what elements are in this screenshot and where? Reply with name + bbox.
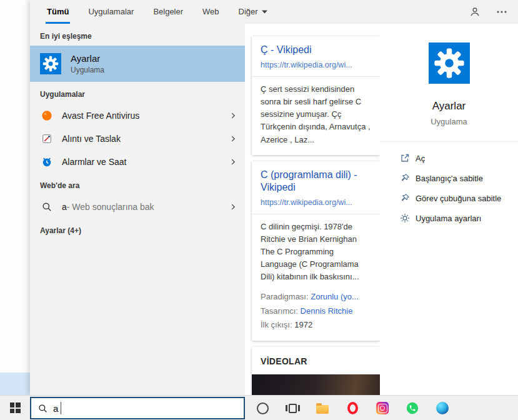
chevron-right-icon[interactable]	[229, 134, 237, 143]
preview-divider	[380, 141, 518, 142]
pin-icon	[400, 173, 410, 183]
action-open[interactable]: Aç	[380, 148, 518, 168]
action-app-settings[interactable]: Uygulama ayarları	[380, 208, 518, 228]
action-pin-start[interactable]: Başlangıç'a sabitle	[380, 168, 518, 188]
screen: Tümü Uygulamalar Belgeler Web Diğer	[0, 0, 518, 420]
tab-uygulamalar[interactable]: Uygulamalar	[87, 0, 135, 24]
file-explorer-icon	[316, 405, 329, 414]
card-divider	[252, 76, 380, 77]
instagram-icon	[376, 402, 389, 414]
chevron-right-icon[interactable]	[229, 111, 237, 120]
whatsapp-icon	[406, 401, 419, 415]
result-metadata: Paradigması: Zorunlu (yo... Tasarımcı: D…	[261, 290, 371, 331]
task-view-button[interactable]	[277, 396, 307, 420]
tab-label: Uygulamalar	[88, 7, 134, 16]
card-divider	[252, 214, 380, 214]
result-snippet: C dilinin geçmişi. 1978'de Ritchie ve Br…	[261, 221, 371, 284]
gear-icon	[42, 55, 59, 72]
meta-value: 1972	[294, 320, 312, 329]
list-item-label: Avast Free Antivirus	[62, 111, 229, 121]
pin-icon	[400, 193, 410, 203]
best-match-text: Ayarlar Uygulama	[71, 53, 104, 74]
meta-key: Tasarımcı:	[261, 306, 298, 316]
tab-tumu[interactable]: Tümü	[46, 0, 70, 24]
apps-header: Uygulamalar	[30, 82, 245, 104]
web-result-cards: Ç - Vikipedi https://tr.wikipedia.org/wi…	[252, 24, 380, 395]
whatsapp-button[interactable]	[397, 396, 427, 420]
opera-icon	[347, 402, 358, 414]
tab-label: Web	[202, 7, 219, 16]
edge-icon	[436, 402, 449, 414]
meta-row: Tasarımcı: Dennis Ritchie	[261, 304, 371, 318]
search-flyout: Tümü Uygulamalar Belgeler Web Diğer	[30, 0, 518, 395]
list-item-avast[interactable]: Avast Free Antivirus	[30, 104, 245, 127]
videos-header: VİDEOLAR	[252, 347, 380, 374]
tab-label: Belgeler	[153, 7, 183, 16]
file-explorer-button[interactable]	[307, 396, 337, 420]
edge-button[interactable]	[427, 396, 457, 420]
task-view-icon	[286, 404, 300, 413]
best-match-header: En iyi eşleşme	[30, 24, 245, 46]
best-match-subtitle: Uygulama	[71, 66, 104, 74]
windows-logo-icon	[10, 402, 21, 413]
meta-row: Paradigması: Zorunlu (yo...	[261, 290, 371, 304]
tab-belgeler[interactable]: Belgeler	[152, 0, 184, 24]
tab-diger[interactable]: Diğer	[237, 0, 269, 24]
action-label: Aç	[416, 154, 425, 163]
taskbar	[0, 395, 518, 420]
meta-key: İlk çıkışı:	[261, 320, 292, 329]
search-tab-bar: Tümü Uygulamalar Belgeler Web Diğer	[30, 0, 518, 24]
snip-sketch-icon	[40, 133, 54, 144]
action-label: Başlangıç'a sabitle	[416, 174, 483, 183]
result-link-title[interactable]: Ç - Vikipedi	[261, 44, 371, 56]
results-list-panel: En iyi eşleşme Ayarlar Uygulama Uygulama…	[30, 24, 245, 395]
result-card-videos: VİDEOLAR	[252, 347, 380, 395]
preview-title: Ayarlar	[380, 100, 518, 112]
avast-icon	[40, 110, 54, 121]
opera-button[interactable]	[337, 396, 367, 420]
result-link-url[interactable]: https://tr.wikipedia.org/wi...	[261, 198, 371, 207]
alarm-clock-icon	[40, 156, 54, 168]
result-card-2: C (programlama dili) - Vikipedi https://…	[252, 161, 380, 341]
instagram-button[interactable]	[367, 396, 397, 420]
list-item-label: Alıntı ve Taslak	[62, 134, 229, 144]
taskbar-search[interactable]	[30, 397, 245, 419]
list-item-label: Alarmlar ve Saat	[62, 157, 229, 167]
tab-web[interactable]: Web	[201, 0, 221, 24]
cortana-icon	[257, 402, 269, 414]
chevron-right-icon[interactable]	[229, 202, 237, 211]
meta-key: Paradigması:	[261, 292, 309, 301]
result-link-title[interactable]: C (programlama dili) - Vikipedi	[261, 169, 371, 194]
meta-value-link[interactable]: Dennis Ritchie	[301, 306, 353, 316]
web-search-row[interactable]: a - Web sonuçlarına bak	[30, 195, 245, 218]
cortana-button[interactable]	[247, 396, 277, 420]
tab-label: Diğer	[239, 7, 258, 16]
meta-value-link[interactable]: Zorunlu (yo...	[311, 292, 359, 301]
result-link-url[interactable]: https://tr.wikipedia.org/wi...	[261, 61, 371, 69]
action-pin-taskbar[interactable]: Görev çubuğuna sabitle	[380, 188, 518, 208]
video-thumbnail[interactable]	[252, 374, 380, 395]
tab-label: Tümü	[47, 7, 69, 16]
more-options-icon[interactable]	[497, 11, 507, 13]
action-label: Uygulama ayarları	[416, 214, 482, 223]
preview-subtitle: Uygulama	[380, 117, 518, 126]
search-icon	[40, 202, 54, 212]
action-label: Görev çubuğuna sabitle	[416, 194, 501, 203]
result-snippet: Ç sert sessizi kendisinden sonra bir ses…	[261, 83, 371, 146]
search-input[interactable]	[53, 403, 244, 414]
preview-panel: Ayarlar Uygulama Aç Başlangıç'a sabitle …	[380, 24, 518, 395]
gear-outline-icon	[400, 213, 410, 223]
settings-tile	[40, 53, 61, 74]
chevron-right-icon[interactable]	[229, 158, 237, 166]
settings-group-header: Ayarlar (4+)	[30, 218, 245, 240]
best-match-row[interactable]: Ayarlar Uygulama	[30, 46, 245, 82]
start-button[interactable]	[0, 396, 30, 420]
web-search-query: a	[62, 202, 67, 212]
list-item-alarms-clock[interactable]: Alarmlar ve Saat	[30, 150, 245, 173]
tab-bar-actions	[469, 0, 507, 24]
user-icon[interactable]	[469, 6, 481, 18]
best-match-title: Ayarlar	[71, 53, 104, 64]
list-item-snip-sketch[interactable]: Alıntı ve Taslak	[30, 127, 245, 150]
settings-tile-large	[429, 42, 470, 84]
web-search-header: Web'de ara	[30, 173, 245, 195]
